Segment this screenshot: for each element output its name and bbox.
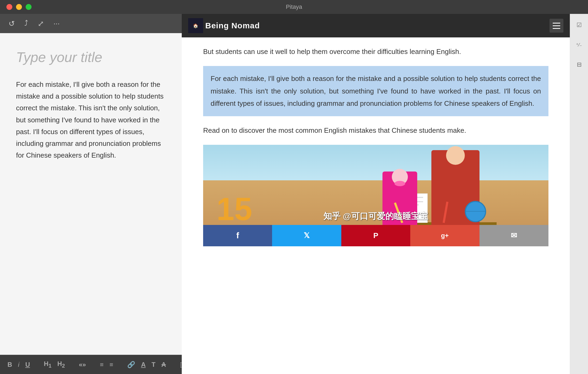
editor-title-placeholder[interactable]: Type your title [16,49,166,65]
share-icon[interactable]: ⤴ [24,19,28,28]
hamburger-menu[interactable] [550,19,563,33]
quote-button[interactable]: «» [79,361,86,368]
tray-icon[interactable]: ⊟ [573,59,585,71]
logo-icon: 🏠 [188,18,203,33]
article-intro: But students can use it well to help the… [203,45,548,58]
checkbox-icon[interactable]: ☑ [573,19,585,31]
browser-panel: 🏠 Being Nomad But students can use it we… [182,14,570,374]
browser-navbar: 🏠 Being Nomad [182,14,570,37]
article-image: 15 知乎 @可口可爱的瞌睡宝宝 f 𝕏 P g+ [203,145,548,246]
facebook-icon: f [236,231,239,240]
formula-icon[interactable]: ⁺∕₋ [573,39,585,51]
blog-logo-text: Being Nomad [205,21,260,30]
fullscreen-icon[interactable]: ⤢ [38,19,44,28]
zhihu-watermark: 知乎 @可口可爱的瞌睡宝宝 [323,211,428,222]
h1-button[interactable]: H1 [44,360,51,369]
traffic-lights [6,4,32,10]
browser-content: But students can use it well to help the… [182,37,570,374]
minimize-button[interactable] [16,4,22,10]
pinterest-icon: P [373,231,378,240]
highlighted-paragraph: For each mistake, I'll give both a reaso… [203,66,548,116]
close-button[interactable] [6,4,12,10]
twitter-share-button[interactable]: 𝕏 [272,225,341,246]
editor-content: Type your title For each mistake, I'll g… [0,33,182,355]
refresh-icon[interactable]: ↺ [9,19,15,28]
app-title: Pitaya [286,3,302,10]
read-on-paragraph: Read on to discover the most common Engl… [203,124,548,137]
bold-button[interactable]: B [7,361,12,368]
annotate-button[interactable]: A [141,361,146,368]
link-button[interactable]: 🔗 [127,361,135,368]
main-area: ↺ ⤴ ⤢ ··· Type your title For each mista… [0,14,588,374]
article-number: 15 [216,193,252,225]
title-bar: Pitaya [0,0,588,14]
text-button[interactable]: T [152,361,156,368]
googleplus-icon: g+ [441,232,449,239]
facebook-share-button[interactable]: f [203,225,272,246]
editor-toolbar: ↺ ⤴ ⤢ ··· [0,14,182,33]
strikethrough-button[interactable]: A [161,361,166,368]
twitter-icon: 𝕏 [304,231,310,240]
list-ul-button[interactable]: ≡ [100,361,104,368]
googleplus-share-button[interactable]: g+ [410,225,479,246]
italic-button[interactable]: i [18,361,19,368]
list-ol-button[interactable]: ≡ [110,361,113,368]
editor-body-text[interactable]: For each mistake, I'll give both a reaso… [16,79,166,161]
hamburger-line-3 [553,28,560,29]
blog-logo: 🏠 Being Nomad [188,18,544,33]
hamburger-line-2 [553,25,560,26]
right-sidebar: ☑ ⁺∕₋ ⊟ [570,14,588,374]
h2-button[interactable]: H2 [57,360,65,369]
editor-bottom-toolbar: B i U H1 H2 «» ≡ ≡ 🔗 A T A ⬚ ⊕ 57 单词 ▾ [0,355,182,374]
email-share-button[interactable]: ✉ [479,225,548,246]
hamburger-line-1 [553,23,560,24]
sky [203,145,548,185]
globe [465,201,486,222]
underline-button[interactable]: U [25,361,30,368]
more-icon[interactable]: ··· [53,19,60,28]
editor-panel: ↺ ⤴ ⤢ ··· Type your title For each mista… [0,14,182,374]
maximize-button[interactable] [26,4,32,10]
social-share-bar: f 𝕏 P g+ ✉ [203,225,548,246]
email-icon: ✉ [511,231,517,240]
pinterest-share-button[interactable]: P [341,225,410,246]
